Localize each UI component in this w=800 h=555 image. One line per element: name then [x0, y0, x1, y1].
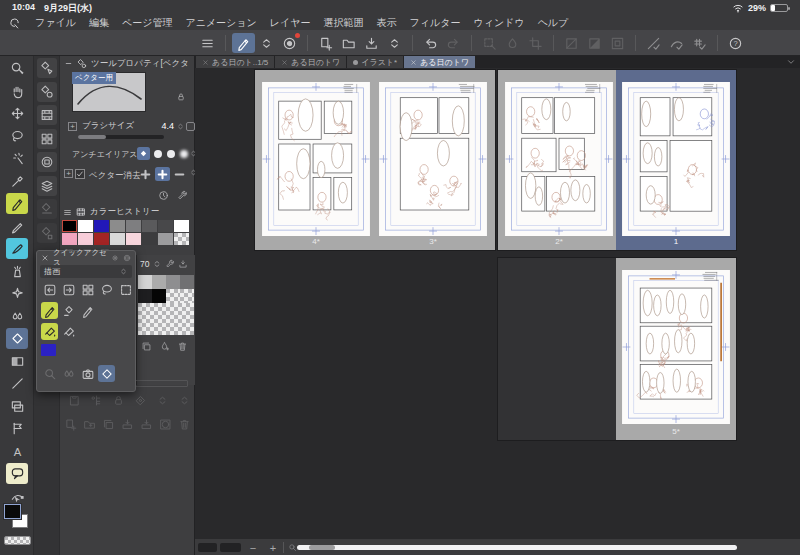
mergedown-button[interactable]	[121, 418, 134, 431]
clipping-button[interactable]	[159, 418, 172, 431]
move-tool[interactable]	[6, 103, 28, 124]
droplet-icon[interactable]	[159, 341, 170, 352]
gearsmall-icon[interactable]	[111, 254, 119, 262]
quick-access-blend-tool[interactable]	[60, 365, 77, 382]
gradient-tool[interactable]	[6, 351, 28, 372]
importicon-icon[interactable]	[178, 259, 188, 269]
quick-access-pen-2[interactable]	[79, 302, 96, 319]
sub-tool-palette-button[interactable]	[37, 58, 57, 78]
color-history-swatch[interactable]	[62, 220, 77, 232]
auto-select-wand-tool[interactable]	[6, 148, 28, 169]
brush-size-stepper[interactable]	[176, 122, 185, 131]
page-manager-canvas[interactable]: 4*3*2*15*	[195, 68, 800, 538]
mergedown-button[interactable]	[140, 418, 153, 431]
open-file-button[interactable]	[337, 33, 360, 53]
color-history-swatch[interactable]	[78, 233, 93, 245]
page-view-toggle-2[interactable]	[220, 543, 241, 552]
masktree-button[interactable]	[90, 394, 103, 407]
stream-line-tool[interactable]	[6, 418, 28, 439]
menu-window[interactable]: ウィンドウ	[473, 16, 524, 30]
new-canvas-button[interactable]	[314, 33, 337, 53]
blend-tool[interactable]	[6, 306, 28, 327]
trash-icon[interactable]	[177, 341, 188, 352]
close-tab-icon[interactable]	[281, 59, 288, 66]
copy2-icon[interactable]	[141, 341, 152, 352]
color-palette-button[interactable]	[278, 33, 301, 53]
layer-property-palette-button[interactable]	[37, 199, 57, 219]
undo-button[interactable]	[419, 33, 442, 53]
layer-search-palette-button[interactable]	[37, 223, 57, 243]
navigator-icon[interactable]	[123, 254, 131, 262]
operation-tool[interactable]	[6, 58, 28, 79]
quick-access-set-dropdown[interactable]: 描画	[40, 265, 132, 278]
zoom-out-button[interactable]: −	[245, 539, 261, 555]
navigator-palette-button[interactable]	[37, 152, 57, 172]
menu-file[interactable]: ファイル	[35, 16, 76, 30]
tab-doc-4[interactable]: ある日のトワ	[404, 56, 475, 68]
frame-border-tool[interactable]	[6, 396, 28, 417]
brush-size-dialog-icon[interactable]	[186, 122, 195, 131]
zoom-in-button[interactable]: +	[265, 539, 281, 555]
selection-border-button[interactable]	[606, 33, 629, 53]
tab-doc-2[interactable]: ある日のトワ	[275, 56, 346, 68]
lock-icon[interactable]	[176, 92, 186, 102]
minimize-icon[interactable]	[64, 59, 73, 68]
tab-doc-3[interactable]: イラスト*	[347, 56, 403, 68]
trash-button[interactable]	[178, 418, 191, 431]
redo-button[interactable]	[442, 33, 465, 53]
quick-access-color-swatch-blue[interactable]	[41, 344, 56, 356]
erase-to-intersection-button[interactable]	[155, 167, 170, 181]
color-history-swatch[interactable]	[110, 233, 125, 245]
save-options-button[interactable]	[383, 33, 406, 53]
hand-tool[interactable]	[6, 81, 28, 102]
quick-access-vector-eraser[interactable]	[60, 302, 77, 319]
antialias-medium-button[interactable]	[164, 147, 177, 160]
menu-filter[interactable]: フィルター	[410, 16, 461, 30]
quick-access-pen-yellow[interactable]	[41, 302, 58, 319]
expand-brush-size-icon[interactable]: +	[68, 122, 77, 131]
figure-tool[interactable]	[6, 373, 28, 394]
transparent-color-swatch[interactable]	[4, 536, 31, 545]
brush-size-value[interactable]: 4.4	[156, 121, 174, 131]
quick-access-color-set[interactable]	[79, 281, 96, 298]
antialias-weak-button[interactable]	[151, 147, 164, 160]
color-history-swatch[interactable]	[126, 220, 141, 232]
balloon-tool[interactable]	[6, 463, 28, 484]
quick-access-forward[interactable]	[60, 281, 77, 298]
snap-to-grid-button[interactable]	[688, 33, 711, 53]
chevrons-button[interactable]	[178, 394, 191, 407]
clip-studio-logo-icon[interactable]	[8, 17, 21, 30]
brush-size-slider[interactable]	[78, 135, 164, 139]
page-thumbnail-3[interactable]	[379, 82, 487, 236]
eyedropper-tool[interactable]	[6, 171, 28, 192]
brush-size-palette-button[interactable]	[37, 105, 57, 125]
selection-lasso-tool[interactable]	[6, 126, 28, 147]
text-tool[interactable]: A	[6, 441, 28, 462]
close-tab-icon[interactable]	[410, 59, 417, 66]
newfolder-button[interactable]	[83, 418, 96, 431]
quick-access-eraser-current[interactable]	[98, 365, 115, 382]
puzzle-button[interactable]	[134, 394, 147, 407]
quick-access-back[interactable]	[41, 281, 58, 298]
color-history-swatch[interactable]	[126, 233, 141, 245]
menu-selection[interactable]: 選択範囲	[324, 16, 364, 30]
layer-palette-button[interactable]	[37, 176, 57, 196]
menu-view[interactable]: 表示	[377, 16, 397, 30]
chevrons-icon[interactable]	[152, 259, 162, 269]
main-menu-button[interactable]	[196, 33, 219, 53]
layer-opacity-value[interactable]: 70	[140, 259, 149, 269]
tab-doc-1[interactable]: ある日のト..1/5	[196, 56, 274, 68]
quick-access-zoom-tool[interactable]	[41, 365, 58, 382]
menu-edit[interactable]: 編集	[89, 16, 109, 30]
color-history-swatch[interactable]	[94, 233, 109, 245]
page-thumbnail-5[interactable]	[622, 270, 730, 424]
deselect-button[interactable]	[560, 33, 583, 53]
wrench-icon[interactable]	[177, 190, 188, 201]
close-icon[interactable]	[41, 254, 49, 262]
menu-page-management[interactable]: ページ管理	[122, 16, 172, 30]
clock-icon[interactable]	[158, 190, 169, 201]
select-layer-button[interactable]	[478, 33, 501, 53]
pencil-tool[interactable]	[6, 216, 28, 237]
page-thumbnail-4[interactable]	[262, 82, 370, 236]
color-history-swatch[interactable]	[94, 220, 109, 232]
